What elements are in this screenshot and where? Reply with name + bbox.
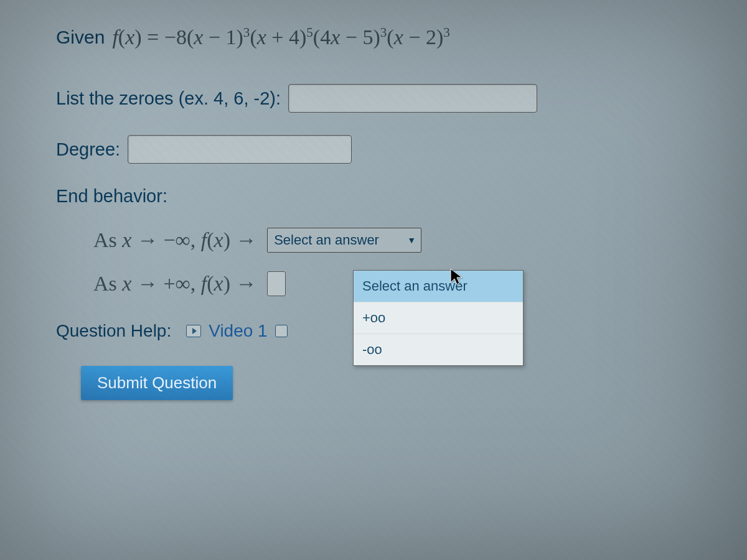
dropdown-option-placeholder[interactable]: Select an answer xyxy=(354,271,523,302)
eb1-prefix: As x → −∞, f(x) → xyxy=(93,228,257,252)
degree-input[interactable] xyxy=(128,135,352,164)
dropdown-option-posinf[interactable]: +oo xyxy=(354,302,523,334)
dropdown-option-neginf[interactable]: -oo xyxy=(354,334,523,365)
play-icon xyxy=(186,325,201,337)
zeroes-row: List the zeroes (ex. 4, 6, -2): xyxy=(56,84,691,113)
eb2-prefix: As x → +∞, f(x) → xyxy=(93,272,257,296)
given-prefix: Given xyxy=(56,27,105,48)
zeroes-label: List the zeroes (ex. 4, 6, -2): xyxy=(56,88,281,109)
submit-button[interactable]: Submit Question xyxy=(81,366,233,400)
eb1-select-value: Select an answer xyxy=(274,232,379,248)
end-behavior-row-2: As x → +∞, f(x) → Select an answer +oo -… xyxy=(93,271,691,296)
play-icon-2 xyxy=(275,325,288,337)
mouse-cursor-icon xyxy=(449,268,464,289)
given-line: Given f(x) = −8(x − 1)3(x + 4)5(4x − 5)3… xyxy=(56,25,691,49)
eb2-select-stub[interactable] xyxy=(267,271,286,296)
zeroes-input[interactable] xyxy=(288,84,537,113)
chevron-down-icon: ▼ xyxy=(407,235,416,245)
eb2-dropdown-open: Select an answer +oo -oo xyxy=(353,270,524,366)
function-expression: f(x) = −8(x − 1)3(x + 4)5(4x − 5)3(x − 2… xyxy=(112,25,449,49)
degree-row: Degree: xyxy=(56,135,691,164)
video-link[interactable]: Video 1 xyxy=(209,321,267,341)
question-body: Given f(x) = −8(x − 1)3(x + 4)5(4x − 5)3… xyxy=(0,0,747,425)
eb1-select[interactable]: Select an answer ▼ xyxy=(267,228,421,253)
end-behavior-row-1: As x → −∞, f(x) → Select an answer ▼ xyxy=(93,228,691,253)
end-behavior-label: End behavior: xyxy=(56,186,167,207)
question-help-label: Question Help: xyxy=(56,321,171,341)
degree-label: Degree: xyxy=(56,139,120,160)
end-behavior-heading: End behavior: xyxy=(56,186,691,207)
